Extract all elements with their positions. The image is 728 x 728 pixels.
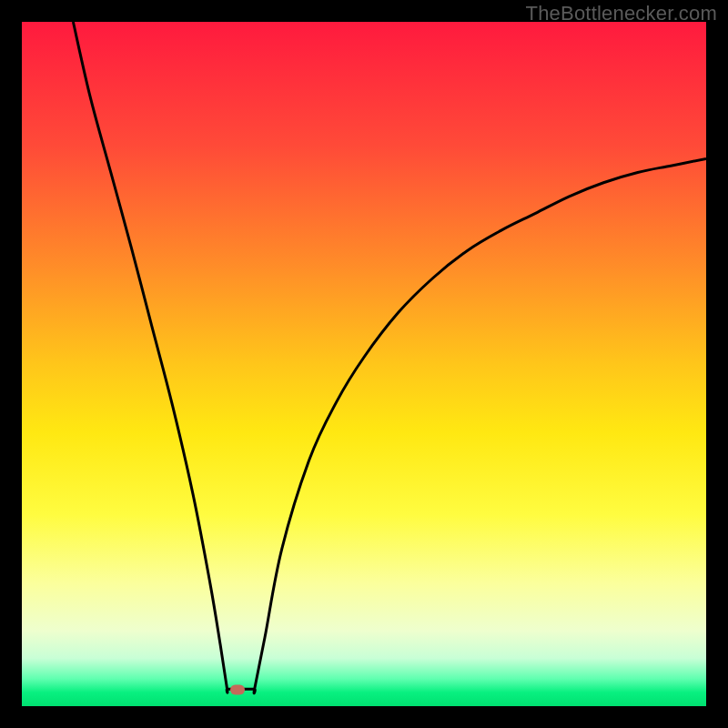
attribution-text: TheBottlenecker.com [526,2,717,25]
curve-path [73,22,706,693]
optimal-point-marker [230,684,245,694]
chart-plot-area [22,22,706,706]
bottleneck-curve [22,22,706,706]
